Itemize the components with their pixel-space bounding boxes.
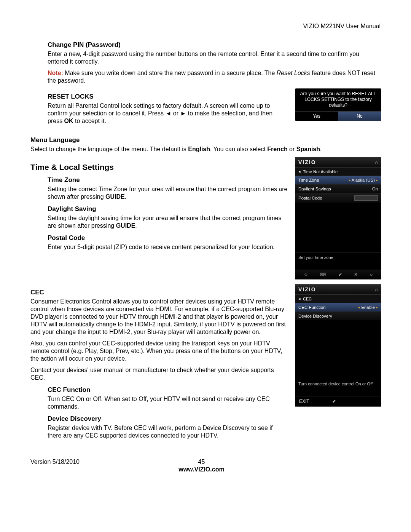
osd-item-postalcode[interactable]: Postal Code — [295, 193, 381, 203]
home-icon[interactable]: ⌂ — [375, 160, 378, 165]
heading-change-pin: Change PIN (Password) — [48, 41, 381, 49]
body-time-zone: Setting the correct Time Zone for your a… — [48, 185, 288, 201]
osd-time-menu: Time Zone ◂Alaska (US)▸ Daylight Savings… — [295, 176, 381, 203]
body-reset-locks: Return all Parental Control lock setting… — [48, 102, 288, 125]
body-change-pin: Enter a new, 4-digit password using the … — [48, 50, 381, 66]
check-icon[interactable]: ✔ — [338, 272, 342, 277]
section-reset-locks: RESET LOCKS Return all Parental Control … — [30, 88, 381, 129]
osd-iconbar: ☆ ⌨ ✔ ✕ ○ — [295, 270, 381, 279]
heading-postal-code: Postal Code — [48, 234, 288, 242]
section-change-pin: Change PIN (Password) Enter a new, 4-dig… — [30, 41, 381, 85]
osd-item-daylight[interactable]: Daylight Savings On — [295, 184, 381, 193]
body-cec-3: Contact your devices' user manual or man… — [30, 366, 288, 382]
close-icon[interactable]: ✕ — [354, 272, 358, 277]
footer-site: www.VIZIO.com — [80, 466, 323, 473]
footer-page-number: 45 — [80, 459, 323, 465]
osd-helper-text-cec: Turn connected device control On or Off — [295, 379, 381, 388]
body-cec-function: Turn CEC On or Off. When set to Off, you… — [48, 395, 288, 411]
body-postal-code: Enter your 5-digit postal (ZIP) code to … — [48, 243, 288, 251]
heading-cec-function: CEC Function — [48, 386, 288, 394]
keyboard-icon[interactable]: ⌨ — [320, 272, 326, 277]
heading-menu-language: Menu Language — [30, 136, 381, 144]
reset-dialog-message: Are you sure you want to RESET ALL LOCKS… — [295, 89, 381, 111]
heading-daylight-saving: Daylight Saving — [48, 205, 288, 213]
back-icon[interactable]: ◂ — [298, 296, 301, 301]
doc-header: VIZIO M221NV User Manual — [30, 23, 381, 30]
page-footer: Version 5/18/2010 45 www.VIZIO.com — [30, 459, 381, 473]
osd-breadcrumb: ◂ Time Not Available — [295, 168, 381, 176]
osd-breadcrumb-cec: ◂ CEC — [295, 295, 381, 303]
check-icon[interactable]: ✔ — [332, 399, 336, 404]
osd-exit-button[interactable]: EXIT — [299, 399, 309, 404]
body-device-discovery: Register device with TV. Before CEC will… — [48, 424, 288, 439]
section-time-local: Time & Local Settings Time Zone Setting … — [30, 157, 381, 280]
osd-brand: VIZIO — [298, 159, 316, 165]
reset-dialog-yes-button[interactable]: Yes — [295, 111, 338, 121]
manual-page: VIZIO M221NV User Manual Change PIN (Pas… — [0, 0, 411, 492]
home-icon[interactable]: ⌂ — [375, 287, 378, 292]
heading-time-zone: Time Zone — [48, 176, 288, 184]
reset-dialog-no-button[interactable]: No — [338, 111, 381, 121]
circle-icon[interactable]: ○ — [370, 272, 373, 277]
heading-time-local: Time & Local Settings — [30, 163, 288, 172]
note-change-pin: Note: Make sure you write down and store… — [48, 69, 381, 85]
heading-device-discovery: Device Discovery — [48, 415, 288, 423]
section-cec: CEC Consumer Electronics Control allows … — [30, 284, 381, 443]
heading-cec: CEC — [30, 289, 288, 296]
reset-locks-dialog: Are you sure you want to RESET ALL LOCKS… — [295, 88, 381, 121]
osd-item-cec-function[interactable]: CEC Function ◂Enable▸ — [295, 303, 381, 312]
note-label: Note: — [48, 70, 63, 76]
back-icon[interactable]: ◂ — [298, 169, 301, 174]
osd-item-timezone[interactable]: Time Zone ◂Alaska (US)▸ — [295, 176, 381, 184]
section-menu-language: Menu Language Select to change the langu… — [30, 136, 381, 153]
osd-postal-input[interactable] — [354, 195, 378, 201]
osd-item-device-discovery[interactable]: Device Discovery — [295, 312, 381, 320]
osd-cec-panel: VIZIO ⌂ ◂ CEC CEC Function ◂Enable▸ Devi… — [295, 284, 381, 407]
star-icon[interactable]: ☆ — [304, 272, 308, 277]
osd-brand: VIZIO — [298, 286, 316, 292]
osd-time-panel: VIZIO ⌂ ◂ Time Not Available Time Zone ◂… — [295, 157, 381, 280]
footer-version: Version 5/18/2010 — [30, 459, 80, 473]
body-cec-2: Also, you can control your CEC-supported… — [30, 340, 288, 363]
osd-helper-text: Set your time zone — [295, 252, 381, 262]
body-daylight-saving: Setting the daylight saving time for you… — [48, 214, 288, 230]
body-menu-language: Select to change the language of the men… — [30, 145, 381, 153]
heading-reset-locks: RESET LOCKS — [48, 93, 288, 101]
body-cec-1: Consumer Electronics Control allows you … — [30, 298, 288, 336]
